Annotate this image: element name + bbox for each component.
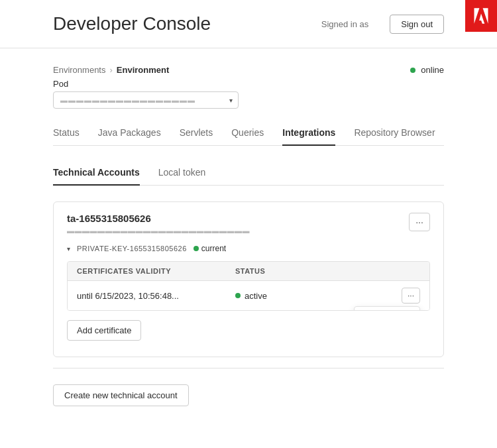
account-header: ta-1655315805626 ▬▬▬▬▬▬▬▬▬▬▬▬▬▬▬▬▬▬▬▬▬▬▬…: [67, 213, 430, 235]
tab-java-packages[interactable]: Java Packages: [98, 122, 161, 146]
tab-status[interactable]: Status: [53, 122, 80, 146]
account-card: ta-1655315805626 ▬▬▬▬▬▬▬▬▬▬▬▬▬▬▬▬▬▬▬▬▬▬▬…: [53, 201, 444, 357]
cert-menu-button[interactable]: ···: [402, 288, 420, 304]
app-title: Developer Console: [53, 13, 308, 34]
account-id: ta-1655315805626: [67, 213, 250, 224]
key-chevron-icon: ▾: [67, 245, 70, 252]
sub-tabs: Technical Accounts Local token: [53, 162, 444, 186]
current-label: current: [201, 244, 226, 253]
cert-status-value: active: [245, 291, 267, 301]
account-email: ▬▬▬▬▬▬▬▬▬▬▬▬▬▬▬▬▬▬▬▬▬▬▬▬: [67, 227, 250, 235]
subtab-local-token[interactable]: Local token: [158, 162, 206, 186]
pod-select-value: ▬▬▬▬▬▬▬▬▬▬▬▬▬▬▬▬▬: [60, 96, 195, 104]
col-status-header: STATUS: [235, 267, 394, 275]
add-certificate-button[interactable]: Add certificate: [67, 320, 141, 341]
context-menu: View Revoke Delete: [354, 306, 420, 311]
nav-tabs: Status Java Packages Servlets Queries In…: [53, 122, 444, 146]
table-row: until 6/15/2023, 10:56:48... active ··· …: [68, 280, 429, 310]
breadcrumb-environments[interactable]: Environments: [53, 65, 105, 75]
status-indicator: online: [410, 64, 444, 75]
breadcrumb-separator: ›: [109, 65, 112, 75]
tab-integrations[interactable]: Integrations: [282, 122, 335, 146]
cert-table-header: CERTIFICATES VALIDITY STATUS: [68, 262, 429, 280]
adobe-logo: [465, 0, 497, 32]
breadcrumb-row: Environments › Environment online: [53, 64, 444, 75]
breadcrumb-environment: Environment: [117, 65, 169, 75]
cert-action-cell: ··· View Revoke Delete: [394, 288, 420, 304]
tab-repository-browser[interactable]: Repository Browser: [354, 122, 435, 146]
sign-out-button[interactable]: Sign out: [390, 15, 444, 34]
account-menu-button[interactable]: ···: [409, 213, 430, 231]
col-action-header: [394, 267, 420, 275]
subtab-technical-accounts[interactable]: Technical Accounts: [53, 162, 140, 186]
pod-label: Pod: [53, 79, 444, 89]
current-badge: current: [193, 244, 226, 253]
tab-servlets[interactable]: Servlets: [180, 122, 213, 146]
private-key-row: ▾ PRIVATE-KEY-1655315805626 current: [67, 244, 430, 253]
create-technical-account-button[interactable]: Create new technical account: [53, 384, 189, 406]
divider: [53, 368, 444, 368]
main-content: Environments › Environment online Pod ▬▬…: [0, 48, 497, 422]
current-dot-icon: [193, 246, 199, 251]
status-dot-icon: [410, 68, 415, 73]
status-label: online: [421, 65, 444, 75]
col-validity-header: CERTIFICATES VALIDITY: [77, 267, 235, 275]
certificate-table: CERTIFICATES VALIDITY STATUS until 6/15/…: [67, 261, 430, 311]
breadcrumb: Environments › Environment: [53, 65, 169, 75]
header: Developer Console Signed in as Sign out: [0, 0, 497, 48]
tab-queries[interactable]: Queries: [231, 122, 264, 146]
cert-status-cell: active: [235, 291, 394, 301]
signed-in-label: Signed in as: [321, 19, 369, 29]
pod-select[interactable]: ▬▬▬▬▬▬▬▬▬▬▬▬▬▬▬▬▬ ▾: [53, 91, 239, 109]
private-key-name: PRIVATE-KEY-1655315805626: [77, 245, 187, 252]
cert-status-dot-icon: [235, 293, 241, 298]
pod-chevron-icon: ▾: [229, 97, 233, 104]
account-info: ta-1655315805626 ▬▬▬▬▬▬▬▬▬▬▬▬▬▬▬▬▬▬▬▬▬▬▬…: [67, 213, 250, 235]
cert-validity-value: until 6/15/2023, 10:56:48...: [77, 291, 235, 301]
context-menu-view[interactable]: View: [355, 307, 419, 311]
